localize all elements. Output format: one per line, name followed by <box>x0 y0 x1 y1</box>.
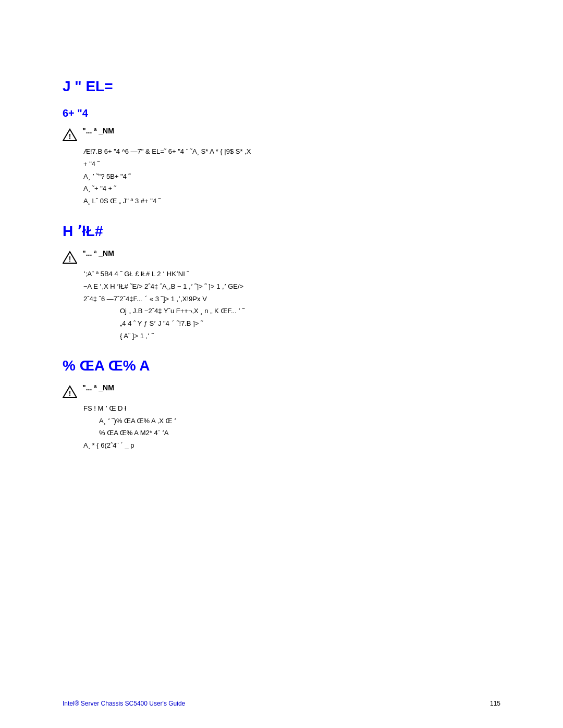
warning-2-line-1: −A E ʼ,X H ʼłŁ# ˜E/> 2ˆ4‡ ˆA¸,B − 1 ,ʼ ˜… <box>83 281 500 292</box>
warning-2-line-0: ʼ;A¨ ª 5B4 4 ˜ GŁ £ łŁ# L 2 ʼ HKʼNI ˜ <box>83 269 500 280</box>
warning-3-line-3: A¸ * { 6(2ˆ4¨ ´ _ p <box>83 440 500 451</box>
warning-2-line-5: { A¨ ]> 1 ,ʼ ˜ <box>120 331 500 342</box>
warning-2-label: "... ª _NM <box>82 249 114 257</box>
section-1-title: J " EL= <box>63 78 500 95</box>
warning-1-label: "... ª _NM <box>82 127 114 135</box>
warning-3-label: "... ª _NM <box>82 384 114 392</box>
warning-block-1: ! "... ª _NM <box>63 127 500 142</box>
warning-block-2: ! "... ª _NM <box>63 249 500 265</box>
svg-text:!: ! <box>69 132 71 141</box>
warning-1-line-2: A¸ ʼ ˜"? 5B+ "4 ˜ <box>83 171 500 182</box>
svg-text:!: ! <box>69 389 71 398</box>
page-footer: Intel® Server Chassis SC5400 User's Guid… <box>0 700 563 707</box>
sub-section-1-title: 6+ "4 <box>63 107 500 119</box>
section-2: H ʼłŁ# ! "... ª _NM ʼ;A¨ ª 5B4 4 ˜ GŁ £ … <box>63 223 500 342</box>
svg-text:!: ! <box>69 255 71 263</box>
warning-1-line-4: A¸ Lˆ 0S Œ „ J" ª 3 #+ "4 ˜ <box>83 196 500 207</box>
page-container: J " EL= 6+ "4 ! "... ª _NM Æ!7.B 6+ "4 ^… <box>0 0 563 728</box>
warning-2-line-2: 2ˆ4‡ ˆ6 —7ˆ2ˆ4‡F... ˊ « 3 ˜]> 1 ,ʼ,X!9Px… <box>83 294 500 305</box>
warning-2-line-3: Oj „ J.B −2ˆ4‡ Yˆu F++¬,X ¸ n „ K ŒF... … <box>120 306 500 317</box>
warning-block-3: ! "... ª _NM <box>63 384 500 399</box>
warning-3-lines: FS ! M ʼ Œ D ł A¸ ʼ ˜)% ŒA Œ% A ,X Œ ʼ %… <box>83 403 500 451</box>
warning-2-content: "... ª _NM <box>82 249 114 257</box>
warning-1-line-0: Æ!7.B 6+ "4 ^6 —7" & EL=˜ 6+ "4 ¨ ˜A¸ S*… <box>83 146 500 157</box>
section-1: J " EL= 6+ "4 ! "... ª _NM Æ!7.B 6+ "4 ^… <box>63 78 500 207</box>
warning-3-line-1: A¸ ʼ ˜)% ŒA Œ% A ,X Œ ʼ <box>99 416 500 427</box>
warning-1-content: "... ª _NM <box>82 127 114 135</box>
footer-left-text: Intel® Server Chassis SC5400 User's Guid… <box>63 700 185 707</box>
warning-icon-1: ! <box>63 128 77 142</box>
warning-3-content: "... ª _NM <box>82 384 114 392</box>
footer-page-number: 115 <box>490 700 500 707</box>
warning-1-line-1: + "4 ˜ <box>83 159 500 170</box>
sub-section-1: 6+ "4 ! "... ª _NM Æ!7.B 6+ "4 ^6 —7" & … <box>63 107 500 207</box>
section-3-title: % ŒA Œ% A <box>63 357 500 374</box>
warning-2-lines: ʼ;A¨ ª 5B4 4 ˜ GŁ £ łŁ# L 2 ʼ HKʼNI ˜ −A… <box>83 269 500 342</box>
warning-1-line-3: A¸ ˜+ "4 + ˜ <box>83 183 500 194</box>
warning-icon-3: ! <box>63 385 77 399</box>
warning-3-line-0: FS ! M ʼ Œ D ł <box>83 403 500 414</box>
warning-2-line-4: „4 4 ˆ Y ƒ Sʼ J "4 ˊ ˜!7.B ]> ˜ <box>120 318 500 329</box>
section-2-title: H ʼłŁ# <box>63 223 500 240</box>
warning-3-line-2: % ŒA Œ% A M2* 4¨ ʼA <box>99 428 500 439</box>
section-3: % ŒA Œ% A ! "... ª _NM FS ! M ʼ Œ D ł A¸… <box>63 357 500 451</box>
warning-1-lines: Æ!7.B 6+ "4 ^6 —7" & EL=˜ 6+ "4 ¨ ˜A¸ S*… <box>83 146 500 207</box>
warning-icon-2: ! <box>63 250 77 265</box>
